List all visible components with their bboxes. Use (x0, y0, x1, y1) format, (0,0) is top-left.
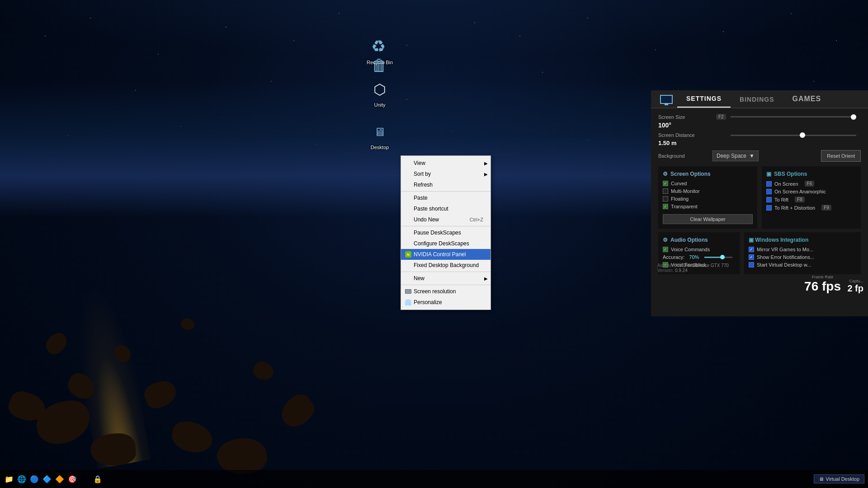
context-icon-view (405, 160, 412, 167)
context-item-paste-shortcut[interactable]: Paste shortcut (401, 203, 491, 214)
taskbar-icon-ie[interactable]: 🌐 (16, 474, 27, 484)
taskbar-icon-4[interactable]: 🔶 (54, 474, 65, 484)
taskbar-program-virtual-desktop[interactable]: 🖥 Virtual Desktop (814, 474, 864, 483)
tab-games[interactable]: GAMES (783, 90, 830, 108)
checkbox-to-rift[interactable]: To Rift F8 (766, 197, 856, 202)
checkbox-mirror-vr[interactable]: Mirror VR Games to Mo... (749, 247, 856, 252)
context-separator-4 (401, 285, 491, 285)
context-item-new[interactable]: New ▶ (401, 273, 491, 284)
folder-icon: 📁 (5, 475, 14, 483)
fps-label: Frame Rate (804, 275, 841, 279)
version-label: Version: (657, 268, 675, 273)
checkbox-to-rift-distortion[interactable]: To Rift + Distortion F9 (766, 205, 856, 211)
unity-image: ⬡ (373, 81, 386, 98)
taskbar-icon-chrome[interactable]: 🔵 (29, 474, 40, 484)
app-icon-4: ⚙ (82, 475, 88, 483)
capture-display: Captu... 2 fp (847, 279, 868, 294)
asteroid (250, 359, 276, 383)
audio-icon: ⚙ (663, 237, 668, 243)
monitor-icon-tab[interactable] (656, 91, 677, 108)
cb-to-rift-distortion[interactable] (766, 205, 772, 211)
context-item-fixed-bg[interactable]: Fixed Desktop Background (401, 260, 491, 271)
desktop2-image: 🖥 (374, 125, 386, 139)
context-item-view[interactable]: View ▶ (401, 158, 491, 169)
app-icon-2: 🔶 (55, 475, 64, 483)
checkbox-on-screen-anamorphic[interactable]: On Screen Anamorphic (766, 189, 856, 194)
desktop2-icon[interactable]: 🖥 Desktop (362, 121, 398, 150)
screen-size-thumb (851, 114, 856, 120)
audio-options-title: ⚙ Audio Options (663, 237, 735, 243)
context-item-undo[interactable]: Undo New Ctrl+Z (401, 214, 491, 225)
context-item-pause[interactable]: Pause DeskScapes (401, 227, 491, 238)
cb-transparent[interactable] (663, 204, 668, 209)
cb-on-screen[interactable] (766, 181, 772, 187)
screen-size-slider[interactable] (731, 116, 856, 117)
fps-value: 76 fps (804, 279, 841, 294)
adapter-info: Adapter: NVIDIA GeForce GTX 770 Version:… (651, 260, 735, 276)
adapter-value: NVIDIA GeForce GTX 770 (676, 263, 729, 268)
fps-display: Frame Rate 76 fps (804, 275, 841, 294)
recycle-bin-icon[interactable]: 🗑 Recycle Bin (362, 36, 398, 65)
cb-on-screen-anamorphic[interactable] (766, 189, 772, 194)
context-item-paste[interactable]: Paste (401, 192, 491, 203)
screen-distance-value: 1.50 m (658, 140, 676, 146)
background-label: Background (658, 153, 712, 159)
asteroid (275, 390, 316, 432)
sbs-options-box: ▣ SBS Options On Screen F6 On Screen Ana… (762, 166, 861, 229)
context-item-configure[interactable]: Configure DeskScapes (401, 238, 491, 249)
checkbox-on-screen[interactable]: On Screen F6 (766, 181, 856, 187)
recycle-bin-image: 🗑 (371, 37, 388, 57)
cb-curved[interactable] (663, 181, 668, 186)
options-columns: ⚙ Screen Options Curved Multi-Monitor Fl… (658, 166, 861, 229)
windows-integration-title: ▣ Windows Integration (749, 237, 856, 243)
adapter-label: Adapter: (657, 263, 676, 268)
unity-label: Unity (374, 102, 385, 108)
tab-bindings[interactable]: BINDINGS (731, 91, 783, 108)
accuracy-slider[interactable] (704, 257, 732, 258)
monitor-shape (660, 95, 673, 104)
cb-mirror-vr[interactable] (749, 247, 754, 252)
context-item-screen-res[interactable]: Screen resolution (401, 286, 491, 297)
screen-size-row: Screen Size F2 (658, 114, 861, 120)
context-item-sort[interactable]: Sort by ▶ (401, 169, 491, 179)
checkbox-start-virtual[interactable]: Start Virtual Desktop w... (749, 262, 856, 267)
background-dropdown[interactable]: Deep Space ▼ (712, 150, 759, 161)
settings-tabs: SETTINGS BINDINGS GAMES (651, 90, 868, 108)
cb-floating[interactable] (663, 196, 668, 202)
taskbar-system-icons: 📁 🌐 🔵 🔷 🔶 🎯 ⚙ 🔒 (4, 474, 103, 484)
cb-to-rift[interactable] (766, 197, 772, 202)
tab-settings[interactable]: SETTINGS (677, 90, 731, 108)
checkbox-curved[interactable]: Curved (663, 181, 753, 186)
cb-voice-commands[interactable] (663, 247, 668, 252)
context-item-nvidia[interactable]: N NVIDIA Control Panel (401, 249, 491, 260)
taskbar-icon-5[interactable]: 🎯 (67, 474, 78, 484)
checkbox-transparent[interactable]: Transparent (663, 204, 753, 209)
accuracy-thumb (720, 255, 725, 259)
cb-show-errors[interactable] (749, 254, 754, 260)
taskbar-icon-folder[interactable]: 📁 (4, 474, 14, 484)
desktop-icons-container: 🗑 Recycle Bin ⬡ Unity 🖥 Desktop (362, 36, 398, 150)
submenu-arrow-new: ▶ (484, 276, 488, 281)
asteroid-field (0, 262, 316, 488)
cb-start-virtual[interactable] (749, 262, 754, 267)
taskbar-icon-6[interactable]: ⚙ (80, 474, 90, 484)
context-icon-nvidia: N (405, 251, 412, 258)
taskbar-icon-3[interactable]: 🔷 (42, 474, 52, 484)
cb-multi-monitor[interactable] (663, 188, 668, 194)
context-item-refresh[interactable]: Refresh (401, 179, 491, 190)
version-value: 0.9.24 (675, 268, 688, 273)
screen-distance-row: Screen Distance (658, 132, 861, 138)
checkbox-voice-commands[interactable]: Voice Commands (663, 247, 735, 252)
context-separator-1 (401, 191, 491, 192)
clear-wallpaper-button[interactable]: Clear Wallpaper (663, 214, 753, 224)
screen-distance-slider[interactable] (731, 135, 856, 136)
unity-icon[interactable]: ⬡ Unity (362, 79, 398, 108)
checkbox-floating[interactable]: Floating (663, 196, 753, 202)
context-item-personalize[interactable]: Personalize (401, 297, 491, 308)
checkbox-multi-monitor[interactable]: Multi-Monitor (663, 188, 753, 194)
reset-orient-button[interactable]: Reset Orient (821, 150, 861, 162)
checkbox-show-errors[interactable]: Show Error Notifications... (749, 254, 856, 260)
screen-size-value-row: 100° (658, 122, 861, 129)
taskbar: 📁 🌐 🔵 🔷 🔶 🎯 ⚙ 🔒 🖥 Virtual Desktop (0, 470, 868, 488)
taskbar-icon-7[interactable]: 🔒 (92, 474, 103, 484)
